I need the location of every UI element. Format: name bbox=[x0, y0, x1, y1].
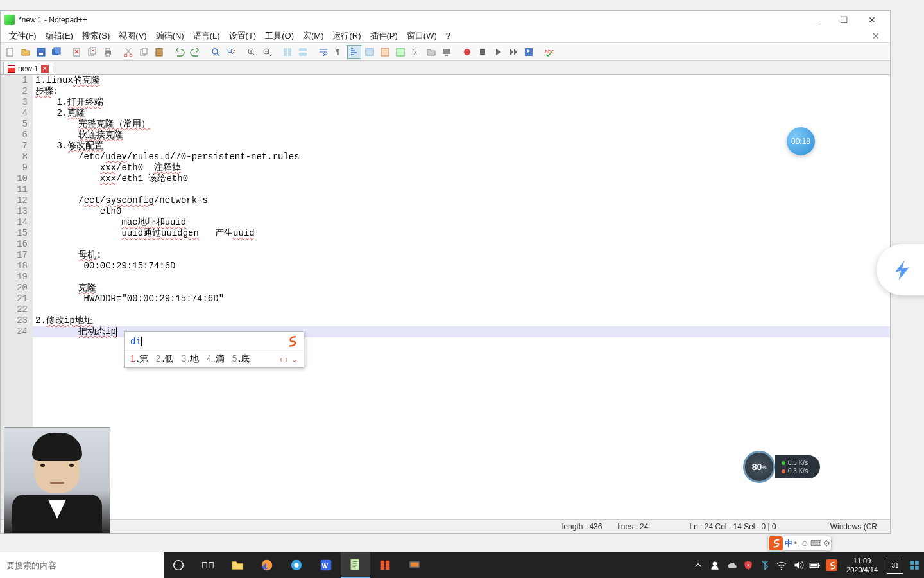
code-line[interactable]: 00:0C:29:15:74:6D bbox=[33, 261, 890, 272]
ime-cand-3[interactable]: 3.地 bbox=[181, 353, 199, 365]
ime-cand-2[interactable]: 2.低 bbox=[156, 353, 174, 365]
paste-icon[interactable] bbox=[152, 45, 166, 59]
code-line[interactable]: 1.linux的克隆 bbox=[33, 75, 890, 86]
explorer-icon[interactable] bbox=[223, 552, 252, 578]
code-line[interactable]: xxx/eth0 注释掉 bbox=[33, 162, 890, 173]
play-icon[interactable] bbox=[491, 45, 505, 59]
taskbar-search[interactable] bbox=[0, 552, 164, 578]
vmware-icon[interactable] bbox=[400, 552, 429, 578]
code-line[interactable]: 3.修改配置 bbox=[33, 141, 890, 152]
close-file-icon[interactable] bbox=[70, 45, 84, 59]
doc-list-icon[interactable] bbox=[393, 45, 407, 59]
tabbar-close-icon[interactable]: ✕ bbox=[866, 31, 886, 41]
code-line[interactable]: 克隆 bbox=[33, 283, 890, 293]
taskbar-clock[interactable]: 11:09 2020/4/14 bbox=[843, 556, 882, 574]
tab-new1[interactable]: new 1 ✕ bbox=[3, 62, 53, 74]
tray-sogou-icon[interactable] bbox=[826, 559, 837, 571]
code-line[interactable]: mac地址和uuid bbox=[33, 217, 890, 228]
ime-lang[interactable]: 中 bbox=[785, 538, 792, 549]
browser-icon[interactable] bbox=[282, 552, 311, 578]
menu-file[interactable]: 文件(F) bbox=[4, 29, 41, 43]
code-line[interactable]: /ect/sysconfig/network-s bbox=[33, 195, 890, 206]
ime-popup[interactable]: di 1.第 2.低 3.地 4.滴 5.底 ‹ › ⌄ bbox=[124, 331, 304, 368]
ime-emoji-icon[interactable]: ☺ bbox=[801, 539, 809, 548]
menu-help[interactable]: ? bbox=[441, 30, 455, 42]
code-line[interactable] bbox=[33, 272, 890, 283]
ime-candidates[interactable]: 1.第 2.低 3.地 4.滴 5.底 ‹ › ⌄ bbox=[125, 351, 304, 367]
tray-menu-icon[interactable] bbox=[909, 559, 920, 571]
tray-bluetooth-icon[interactable] bbox=[759, 559, 771, 571]
notification-icon[interactable]: 31 bbox=[887, 557, 903, 574]
system-monitor[interactable]: 80% 0.5 K/s 0.3 K/s bbox=[743, 451, 820, 483]
webcam-overlay[interactable] bbox=[4, 427, 110, 534]
code-line[interactable]: 2.修改ip地址 bbox=[33, 315, 890, 326]
menu-window[interactable]: 窗口(W) bbox=[402, 29, 441, 43]
zoom-out-icon[interactable] bbox=[260, 45, 274, 59]
code-line[interactable]: HWADDR="00:0C:29:15:74:6D" bbox=[33, 293, 890, 304]
save-macro-icon[interactable] bbox=[522, 45, 536, 59]
timer-badge[interactable]: 00:18 bbox=[787, 127, 815, 155]
code-line[interactable]: 母机: bbox=[33, 250, 890, 261]
zoom-in-icon[interactable] bbox=[244, 45, 259, 59]
thunder-badge[interactable] bbox=[877, 244, 924, 295]
search-input[interactable] bbox=[6, 561, 157, 570]
save-all-icon[interactable] bbox=[49, 45, 64, 59]
wordwrap-icon[interactable] bbox=[316, 45, 330, 59]
func-list-icon[interactable]: fx bbox=[409, 45, 423, 59]
taskbar[interactable]: W × 11:09 2020/4/14 31 bbox=[0, 552, 924, 578]
find-icon[interactable] bbox=[209, 45, 223, 59]
show-all-chars-icon[interactable]: ¶ bbox=[332, 45, 346, 59]
menu-search[interactable]: 搜索(S) bbox=[78, 29, 114, 43]
new-file-icon[interactable] bbox=[3, 45, 17, 59]
sync-v-icon[interactable] bbox=[280, 45, 295, 59]
sync-h-icon[interactable] bbox=[296, 45, 310, 59]
menu-view[interactable]: 视图(V) bbox=[114, 29, 151, 43]
menu-edit[interactable]: 编辑(E) bbox=[41, 29, 78, 43]
firefox-icon[interactable] bbox=[252, 552, 282, 578]
menu-plugins[interactable]: 插件(P) bbox=[366, 29, 402, 43]
tray-up-icon[interactable] bbox=[692, 559, 704, 571]
save-icon[interactable] bbox=[34, 45, 48, 59]
ime-settings-icon[interactable]: ⚙ bbox=[823, 539, 830, 548]
titlebar[interactable]: *new 1 - Notepad++ — ☐ ✕ bbox=[1, 11, 890, 29]
close-button[interactable]: ✕ bbox=[858, 12, 886, 28]
code-line[interactable]: 1.打开终端 bbox=[33, 97, 890, 108]
tray-people-icon[interactable] bbox=[709, 559, 721, 571]
close-all-icon[interactable] bbox=[85, 45, 99, 59]
code-line[interactable]: uuid通过uuidgen 产生uuid bbox=[33, 228, 890, 239]
doc-map-icon[interactable] bbox=[378, 45, 392, 59]
menu-run[interactable]: 运行(R) bbox=[328, 29, 365, 43]
menu-settings[interactable]: 设置(T) bbox=[225, 29, 261, 43]
tray-shield-icon[interactable]: × bbox=[742, 559, 754, 571]
code-line[interactable] bbox=[33, 304, 890, 315]
play-multi-icon[interactable] bbox=[506, 45, 520, 59]
ime-keyboard-icon[interactable]: ⌨ bbox=[810, 539, 821, 548]
tray-battery-icon[interactable] bbox=[809, 559, 821, 571]
code-line[interactable]: 步骤: bbox=[33, 86, 890, 97]
ime-punct-icon[interactable]: •, bbox=[794, 539, 800, 548]
userlang-icon[interactable] bbox=[363, 45, 377, 59]
tab-close-icon[interactable]: ✕ bbox=[41, 65, 49, 73]
code-line[interactable] bbox=[33, 239, 890, 250]
code-line[interactable]: 2.克隆 bbox=[33, 108, 890, 119]
indent-guide-icon[interactable] bbox=[347, 45, 361, 59]
taskview-icon[interactable] bbox=[193, 552, 223, 578]
undo-icon[interactable] bbox=[173, 45, 187, 59]
maximize-button[interactable]: ☐ bbox=[830, 12, 858, 28]
cut-icon[interactable] bbox=[121, 45, 135, 59]
print-icon[interactable] bbox=[101, 45, 115, 59]
cortana-icon[interactable] bbox=[164, 552, 193, 578]
minimize-button[interactable]: — bbox=[801, 12, 830, 28]
spellcheck-icon[interactable]: abc bbox=[542, 45, 556, 59]
menu-encoding[interactable]: 编码(N) bbox=[151, 29, 189, 43]
record-icon[interactable] bbox=[460, 45, 474, 59]
code-line[interactable]: 完整克隆（常用） bbox=[33, 119, 890, 130]
wps-icon[interactable]: W bbox=[311, 552, 341, 578]
tray-wifi-icon[interactable] bbox=[776, 559, 787, 571]
ime-toolbar[interactable]: 中 •, ☺ ⌨ ⚙ bbox=[767, 536, 832, 551]
code-line[interactable]: 软连接克隆 bbox=[33, 130, 890, 141]
code-line[interactable]: /etc/udev/rules.d/70-persistent-net.rule… bbox=[33, 152, 890, 162]
code-line[interactable] bbox=[33, 184, 890, 195]
menu-tools[interactable]: 工具(O) bbox=[261, 29, 298, 43]
menu-language[interactable]: 语言(L) bbox=[189, 29, 225, 43]
